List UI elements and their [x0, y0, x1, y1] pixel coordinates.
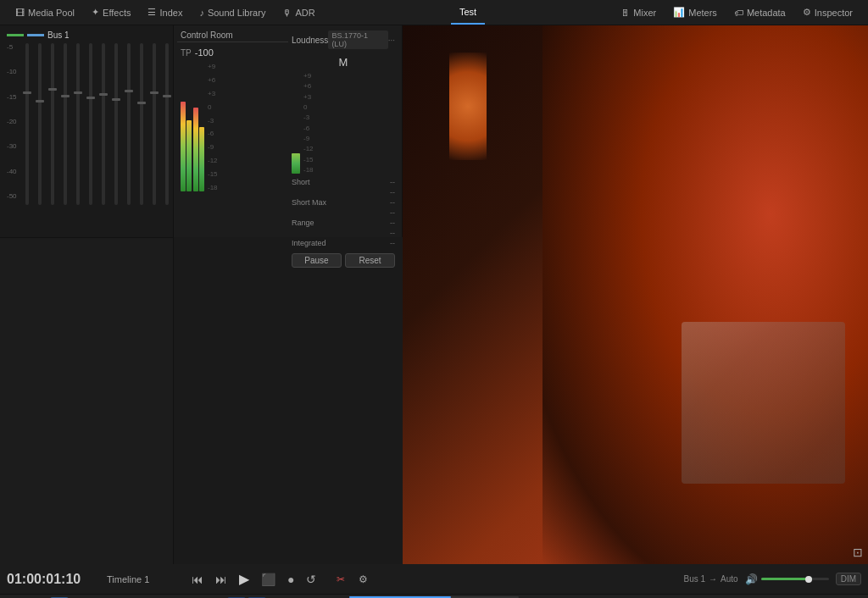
cr-tp-row: TP -100 — [177, 46, 288, 59]
nav-effects[interactable]: ✦ Effects — [83, 0, 139, 25]
fader-strip-7[interactable] — [98, 43, 108, 205]
video-preview: ⊡ — [403, 25, 868, 564]
control-room-section: Control Room TP -100 — [177, 29, 288, 234]
fader-strip-4[interactable] — [60, 43, 70, 205]
adr-icon: 🎙 — [282, 8, 292, 18]
metadata-icon: 🏷 — [734, 8, 743, 18]
dim-button[interactable]: DIM — [836, 573, 861, 585]
edit-icon-2[interactable]: ⚙ — [355, 572, 371, 587]
loudness-rows: Short-- -- Short Max-- -- Range-- -- Int… — [292, 177, 395, 248]
control-room-title: Control Room — [177, 29, 288, 42]
loudness-more-btn[interactable]: ··· — [388, 36, 395, 45]
bus-route: Bus 1 → Auto — [684, 574, 738, 584]
loudness-controls: Pause Reset — [292, 253, 395, 268]
reset-button[interactable]: Reset — [345, 253, 395, 268]
loudness-header: Loudness BS.1770-1 (LU) ··· — [292, 30, 395, 49]
loop-button[interactable]: ↺ — [303, 571, 320, 588]
main-area: Bus 1 -5 -10 -15 -20 -30 -40 -50 — [0, 25, 868, 564]
nav-right-group: 🎚 Mixer 📊 Meters 🏷 Metadata ⚙ Inspector — [612, 7, 861, 18]
fader-strip-3[interactable] — [47, 43, 58, 205]
bus-label: Bus 1 — [3, 29, 170, 42]
fader-strip-6[interactable] — [86, 43, 96, 205]
timeline-controls: 01:00:01:10 Timeline 1 ⏮ ⏭ ▶ ⬛ ● ↺ ✂ ⚙ B… — [0, 564, 868, 595]
top-navigation: 🎞 Media Pool ✦ Effects ☰ Index ♪ Sound L… — [0, 0, 868, 25]
fader-strip-11[interactable] — [149, 43, 159, 205]
bus-bar-blue — [27, 34, 44, 36]
volume-icon: 🔊 — [745, 573, 758, 585]
nav-metadata[interactable]: 🏷 Metadata — [726, 8, 794, 18]
mixer-icon: 🎚 — [620, 8, 630, 18]
nav-sound-library[interactable]: ♪ Sound Library — [191, 0, 274, 25]
sound-library-icon: ♪ — [199, 8, 204, 18]
meters-icon: 📊 — [673, 7, 685, 18]
effects-icon: ✦ — [92, 7, 99, 18]
volume-slider[interactable] — [761, 578, 829, 580]
nav-project-title: Test — [451, 0, 485, 25]
fader-strip-2[interactable] — [35, 43, 45, 205]
next-button[interactable]: ⏭ — [212, 571, 231, 588]
control-room-loudness-panel: Control Room TP -100 — [174, 25, 403, 237]
timeline-section: 01:00:01:10 Timeline 1 ⏮ ⏭ ▶ ⬛ ● ↺ ✂ ⚙ B… — [0, 564, 868, 598]
fullscreen-icon[interactable]: ⊡ — [853, 545, 863, 559]
timecode-display: 01:00:01:10 — [7, 572, 100, 587]
mixer-faders-area: Bus 1 -5 -10 -15 -20 -30 -40 -50 — [0, 25, 173, 237]
fader-strip-8[interactable] — [111, 43, 121, 205]
control-room-panel: Control Room TP -100 — [174, 25, 402, 237]
fader-strip-10[interactable] — [136, 43, 147, 205]
index-icon: ☰ — [147, 7, 156, 18]
volume-control: 🔊 — [745, 573, 829, 585]
pause-button[interactable]: Pause — [292, 253, 342, 268]
fader-strip-9[interactable] — [124, 43, 134, 205]
play-button[interactable]: ▶ — [236, 569, 253, 589]
mixer-panel: Bus 1 -5 -10 -15 -20 -30 -40 -50 — [0, 25, 174, 564]
nav-mixer[interactable]: 🎚 Mixer — [612, 8, 665, 18]
edit-icon-1[interactable]: ✂ — [333, 572, 348, 587]
timeline-name: Timeline 1 — [107, 574, 175, 584]
nav-media-pool[interactable]: 🎞 Media Pool — [7, 0, 83, 25]
loudness-section: Loudness BS.1770-1 (LU) ··· M +9 +6 +3 0… — [288, 29, 398, 234]
record-button[interactable]: ● — [284, 571, 298, 588]
nav-meters[interactable]: 📊 Meters — [665, 7, 726, 18]
nav-inspector[interactable]: ⚙ Inspector — [794, 7, 861, 18]
inspector-icon: ⚙ — [803, 7, 811, 18]
prev-button[interactable]: ⏮ — [188, 571, 207, 588]
nav-adr[interactable]: 🎙 ADR — [274, 0, 323, 25]
fader-strip-12[interactable] — [162, 43, 172, 205]
stop-button[interactable]: ⬛ — [258, 571, 279, 588]
fader-strip-5[interactable] — [73, 43, 83, 205]
media-pool-icon: 🎞 — [15, 8, 25, 18]
loudness-m-value: M — [292, 53, 395, 72]
transport-controls: ⏮ ⏭ ▶ ⬛ ● ↺ — [188, 569, 320, 589]
nav-index[interactable]: ☰ Index — [139, 0, 191, 25]
bus-bar-green — [7, 34, 24, 36]
db-scale: -5 -10 -15 -20 -30 -40 -50 — [5, 43, 19, 200]
fader-strip-1[interactable] — [22, 43, 32, 205]
